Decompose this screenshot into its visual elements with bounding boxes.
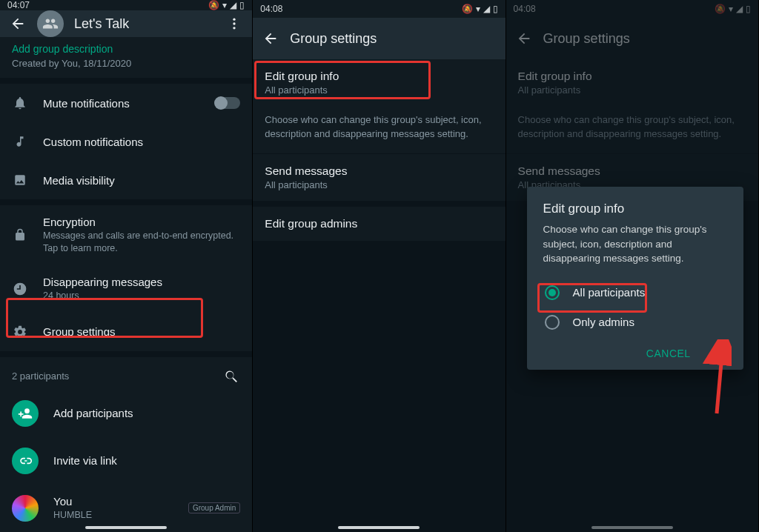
encryption-label: Encryption	[43, 216, 240, 228]
radio-icon	[545, 285, 560, 300]
radio-only-admins[interactable]: Only admins	[543, 307, 727, 337]
edit-admins-label: Edit group admins	[265, 217, 493, 230]
status-time: 04:08	[260, 4, 282, 14]
svg-point-0	[233, 19, 236, 21]
battery-icon: ▯	[239, 0, 245, 10]
signal-icon: ◢	[483, 4, 490, 14]
group-avatar-icon[interactable]	[37, 10, 64, 37]
search-icon[interactable]	[222, 368, 240, 385]
cancel-button[interactable]: CANCEL	[646, 348, 691, 359]
dialog-edit-group-info: Edit group info Choose who can change th…	[527, 187, 743, 370]
row-participant-you[interactable]: YouHUMBLE Group Admin	[0, 485, 252, 532]
send-messages-label: Send messages	[265, 164, 493, 178]
page-title: Group settings	[543, 31, 749, 47]
created-by: Created by You, 18/11/2020	[12, 58, 240, 69]
mute-icon: 🔕	[715, 4, 726, 14]
you-label: You	[53, 495, 173, 508]
image-icon	[12, 173, 28, 187]
row-disappearing[interactable]: Disappearing messages24 hours	[0, 265, 252, 313]
status-icons: 🔕 ▾ ◢ ▯	[208, 0, 245, 10]
link-icon	[12, 448, 39, 474]
disappearing-sub: 24 hours	[43, 290, 240, 302]
note-icon	[12, 135, 28, 148]
row-add-participants[interactable]: Add participants	[0, 390, 252, 437]
invite-label: Invite via link	[53, 454, 240, 467]
row-edit-group-info[interactable]: Edit group info All participants	[253, 59, 505, 106]
participants-count: 2 participants	[12, 370, 69, 382]
signal-icon: ◢	[736, 4, 743, 14]
panel-group-settings: 04:08 🔕 ▾ ◢ ▯ Group settings Edit group …	[253, 0, 506, 532]
edit-info-description: Choose who can change this group's subje…	[506, 106, 758, 153]
dialog-title: Edit group info	[543, 202, 727, 216]
status-time: 04:08	[514, 4, 536, 14]
row-edit-group-info: Edit group info All participants	[506, 59, 758, 106]
row-mute[interactable]: Mute notifications	[0, 84, 252, 122]
back-icon[interactable]	[515, 30, 533, 47]
send-messages-sub: All participants	[265, 179, 493, 190]
back-icon[interactable]	[9, 15, 27, 33]
edit-info-description: Choose who can change this group's subje…	[253, 106, 505, 153]
wifi-icon: ▾	[222, 0, 227, 10]
participants-header: 2 participants	[0, 357, 252, 390]
svg-point-2	[233, 27, 236, 29]
page-title: Group settings	[290, 31, 496, 47]
edit-info-label: Edit group info	[518, 70, 746, 83]
edit-info-sub: All participants	[518, 84, 746, 96]
group-title: Let's Talk	[74, 16, 215, 32]
row-encryption[interactable]: EncryptionMessages and calls are end-to-…	[0, 205, 252, 265]
wifi-icon: ▾	[476, 4, 480, 14]
wifi-icon: ▾	[729, 4, 733, 14]
avatar	[12, 495, 39, 522]
status-bar: 04:07 🔕 ▾ ◢ ▯	[0, 0, 252, 10]
mute-icon: 🔕	[208, 0, 219, 10]
gear-icon	[12, 325, 28, 339]
status-icons: 🔕 ▾ ◢ ▯	[715, 4, 751, 14]
signal-icon: ◢	[230, 0, 236, 10]
edit-info-sub: All participants	[265, 84, 493, 96]
disappearing-label: Disappearing messages	[43, 276, 240, 288]
custom-label: Custom notifications	[43, 136, 240, 148]
lock-icon	[12, 228, 28, 242]
status-time: 04:07	[7, 0, 30, 10]
row-send-messages[interactable]: Send messages All participants	[253, 154, 505, 201]
dialog-description: Choose who can change this group's subje…	[543, 222, 727, 266]
row-group-settings[interactable]: Group settings	[0, 313, 252, 351]
edit-info-label: Edit group info	[265, 70, 493, 83]
app-bar: Group settings	[253, 18, 505, 59]
you-sub: HUMBLE	[53, 509, 173, 522]
radio-label: Only admins	[573, 316, 634, 328]
bell-icon	[12, 96, 28, 110]
group-settings-label: Group settings	[43, 325, 240, 338]
add-participants-label: Add participants	[53, 407, 240, 419]
status-icons: 🔕 ▾ ◢ ▯	[462, 4, 498, 14]
ok-button[interactable]: OK	[712, 348, 727, 359]
mute-icon: 🔕	[462, 4, 473, 14]
admin-badge: Group Admin	[188, 502, 240, 513]
back-icon[interactable]	[262, 30, 279, 47]
row-invite-link[interactable]: Invite via link	[0, 437, 252, 485]
radio-label: All participants	[573, 286, 646, 299]
app-bar: Let's Talk	[0, 10, 252, 37]
mute-label: Mute notifications	[43, 97, 200, 110]
mute-toggle[interactable]	[215, 97, 240, 109]
battery-icon: ▯	[746, 4, 751, 14]
send-messages-label: Send messages	[518, 164, 746, 178]
svg-point-1	[233, 22, 236, 24]
radio-all-participants[interactable]: All participants	[543, 278, 727, 307]
panel-dialog: 04:08 🔕 ▾ ◢ ▯ Group settings Edit group …	[506, 0, 759, 532]
app-bar: Group settings	[506, 18, 758, 59]
panel-group-info: 04:07 🔕 ▾ ◢ ▯ Let's Talk Add group descr…	[0, 0, 253, 532]
more-icon[interactable]	[225, 15, 243, 33]
row-custom-notifications[interactable]: Custom notifications	[0, 122, 252, 161]
nav-indicator	[591, 526, 673, 529]
nav-indicator	[338, 526, 420, 529]
status-bar: 04:08 🔕 ▾ ◢ ▯	[253, 0, 505, 18]
row-media-visibility[interactable]: Media visibility	[0, 161, 252, 199]
media-label: Media visibility	[43, 174, 240, 187]
add-description-link[interactable]: Add group description	[12, 43, 240, 55]
row-edit-admins[interactable]: Edit group admins	[253, 207, 505, 241]
add-person-icon	[12, 400, 39, 427]
status-bar: 04:08 🔕 ▾ ◢ ▯	[506, 0, 758, 18]
group-meta: Add group description Created by You, 18…	[0, 37, 252, 78]
battery-icon: ▯	[493, 4, 498, 14]
